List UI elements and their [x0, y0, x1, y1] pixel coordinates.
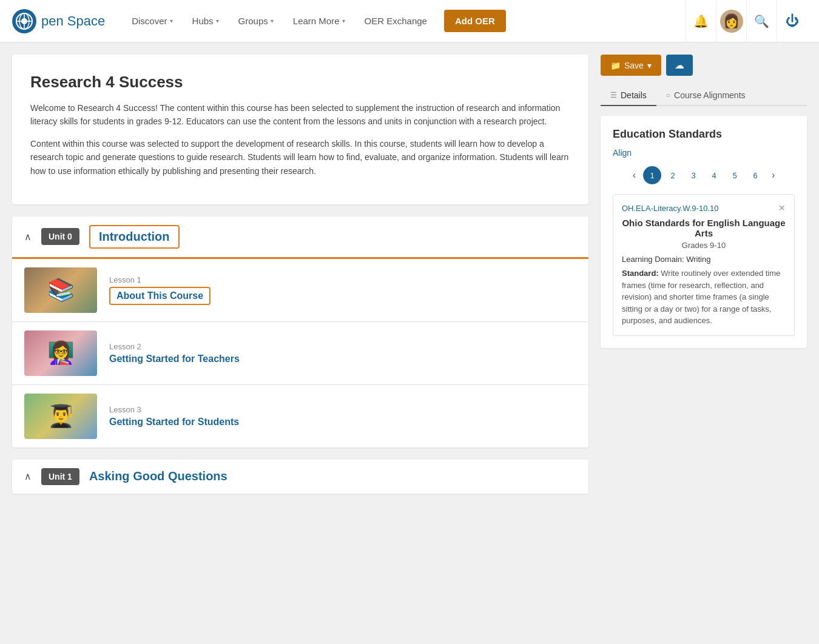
lesson-3-thumbnail: 👨‍🎓	[24, 394, 97, 439]
lesson-3-title[interactable]: Getting Started for Students	[109, 417, 239, 427]
navbar: pen Space Discover ▾ Hubs ▾ Groups ▾ Lea…	[0, 0, 819, 42]
avatar: 👩	[720, 10, 743, 33]
standard-code: OH.ELA-Literacy.W.9-10.10 ✕	[622, 203, 786, 213]
domain-value: Writing	[686, 255, 710, 264]
page-6-button[interactable]: 6	[746, 166, 764, 184]
lesson-3-number: Lesson 3	[109, 405, 576, 414]
chevron-down-icon: ▾	[216, 18, 219, 24]
standard-item: OH.ELA-Literacy.W.9-10.10 ✕ Ohio Standar…	[613, 194, 795, 336]
unit-0-header[interactable]: ∧ Unit 0 Introduction	[12, 216, 588, 257]
course-description-2: Content within this course was selected …	[30, 137, 570, 178]
lesson-1-info: Lesson 1 About This Course	[109, 275, 576, 305]
tab-alignments-label: Course Alignments	[674, 90, 746, 100]
unit-0-lesson-list: 📚 Lesson 1 About This Course 👩‍🏫 Lesson …	[12, 257, 588, 448]
standard-grade: Grades 9-10	[622, 241, 786, 250]
course-header-card: Research 4 Success Welcome to Research 4…	[12, 55, 588, 204]
nav-hubs[interactable]: Hubs ▾	[184, 11, 228, 31]
prev-page-button[interactable]: ‹	[628, 167, 641, 183]
nav-discover[interactable]: Discover ▾	[123, 11, 181, 31]
nav-groups[interactable]: Groups ▾	[230, 11, 282, 31]
page-4-button[interactable]: 4	[705, 166, 723, 184]
course-title: Research 4 Success	[30, 73, 570, 92]
lesson-2-number: Lesson 2	[109, 342, 576, 351]
alignments-icon: ○	[666, 91, 670, 99]
page-3-button[interactable]: 3	[684, 166, 703, 184]
nav-links: Discover ▾ Hubs ▾ Groups ▾ Learn More ▾ …	[123, 10, 679, 32]
domain-label: Learning Domain:	[622, 255, 684, 264]
tab-course-alignments[interactable]: ○ Course Alignments	[656, 86, 755, 106]
unit-1-section: ∧ Unit 1 Asking Good Questions	[12, 460, 588, 494]
lesson-2-title[interactable]: Getting Started for Teachers	[109, 354, 240, 364]
nav-hubs-label: Hubs	[192, 16, 214, 26]
page-2-button[interactable]: 2	[664, 166, 682, 184]
chevron-down-icon: ▾	[342, 18, 345, 24]
nav-learn-more-label: Learn More	[293, 16, 340, 26]
logo-icon	[12, 9, 36, 33]
lesson-1-thumbnail: 📚	[24, 267, 97, 313]
search-icon: 🔍	[754, 14, 769, 29]
tab-details-label: Details	[621, 90, 647, 100]
lesson-1-title[interactable]: About This Course	[109, 287, 211, 305]
nav-groups-label: Groups	[238, 16, 268, 26]
logo-text: pen Space	[41, 13, 105, 29]
page-5-button[interactable]: 5	[726, 166, 744, 184]
notification-button[interactable]: 🔔	[686, 0, 716, 42]
nav-icons: 🔔 👩 🔍 ⏻	[686, 0, 807, 42]
standards-card: Education Standards Align ‹ 1 2 3 4 5 6 …	[601, 116, 807, 348]
nav-discover-label: Discover	[132, 16, 167, 26]
power-button[interactable]: ⏻	[777, 0, 807, 42]
nav-learn-more[interactable]: Learn More ▾	[285, 11, 354, 31]
nav-oer-exchange[interactable]: OER Exchange	[356, 11, 436, 31]
standard-code-text[interactable]: OH.ELA-Literacy.W.9-10.10	[622, 204, 718, 213]
upload-button[interactable]: ☁	[666, 55, 693, 76]
user-profile-button[interactable]: 👩	[716, 0, 746, 42]
unit-1-badge: Unit 1	[41, 468, 79, 485]
lesson-3-thumb-icon: 👨‍🎓	[24, 394, 97, 439]
standards-title: Education Standards	[613, 128, 795, 141]
sidebar-tabs: ☰ Details ○ Course Alignments	[601, 86, 807, 106]
sidebar-actions: 📁 Save ▾ ☁	[601, 55, 807, 76]
remove-standard-button[interactable]: ✕	[778, 203, 786, 213]
upload-icon: ☁	[675, 60, 684, 70]
details-icon: ☰	[610, 91, 617, 99]
pagination: ‹ 1 2 3 4 5 6 ›	[613, 166, 795, 184]
search-button[interactable]: 🔍	[746, 0, 777, 42]
unit-1-header[interactable]: ∧ Unit 1 Asking Good Questions	[12, 460, 588, 494]
course-description-1: Welcome to Research 4 Success! The conte…	[30, 101, 570, 129]
save-chevron-icon: ▾	[647, 61, 652, 70]
lesson-2-thumb-icon: 👩‍🏫	[24, 330, 97, 376]
standard-name: Ohio Standards for English Language Arts	[622, 218, 786, 238]
save-button[interactable]: 📁 Save ▾	[601, 55, 661, 76]
lesson-3-info: Lesson 3 Getting Started for Students	[109, 405, 576, 428]
lesson-1-number: Lesson 1	[109, 275, 576, 284]
main-content: Research 4 Success Welcome to Research 4…	[12, 55, 588, 506]
table-row: 👩‍🏫 Lesson 2 Getting Started for Teacher…	[12, 322, 588, 385]
unit-1-collapse-icon[interactable]: ∧	[24, 471, 32, 482]
page-1-button[interactable]: 1	[643, 166, 661, 184]
bell-icon: 🔔	[693, 14, 709, 29]
power-icon: ⏻	[786, 13, 799, 29]
standard-domain: Learning Domain: Writing	[622, 255, 786, 264]
align-link[interactable]: Align	[613, 148, 632, 158]
standard-description: Standard: Write routinely over extended …	[622, 267, 786, 327]
tab-details[interactable]: ☰ Details	[601, 86, 656, 106]
lesson-2-thumbnail: 👩‍🏫	[24, 330, 97, 376]
table-row: 👨‍🎓 Lesson 3 Getting Started for Student…	[12, 385, 588, 448]
unit-1-name[interactable]: Asking Good Questions	[89, 469, 228, 483]
page-layout: Research 4 Success Welcome to Research 4…	[0, 42, 819, 518]
chevron-down-icon: ▾	[271, 18, 274, 24]
save-label: Save	[624, 61, 644, 70]
table-row: 📚 Lesson 1 About This Course	[12, 259, 588, 322]
lesson-2-info: Lesson 2 Getting Started for Teachers	[109, 342, 576, 364]
sidebar: 📁 Save ▾ ☁ ☰ Details ○ Course Alignments…	[601, 55, 807, 506]
lesson-1-thumb-icon: 📚	[24, 267, 97, 313]
unit-0-name[interactable]: Introduction	[89, 225, 180, 249]
unit-0-collapse-icon[interactable]: ∧	[24, 231, 32, 243]
logo[interactable]: pen Space	[12, 9, 105, 33]
unit-0-badge: Unit 0	[41, 228, 79, 245]
standard-label: Standard:	[622, 269, 659, 278]
add-oer-button[interactable]: Add OER	[444, 10, 506, 32]
folder-icon: 📁	[610, 61, 621, 70]
next-page-button[interactable]: ›	[767, 167, 780, 183]
chevron-down-icon: ▾	[170, 18, 173, 24]
